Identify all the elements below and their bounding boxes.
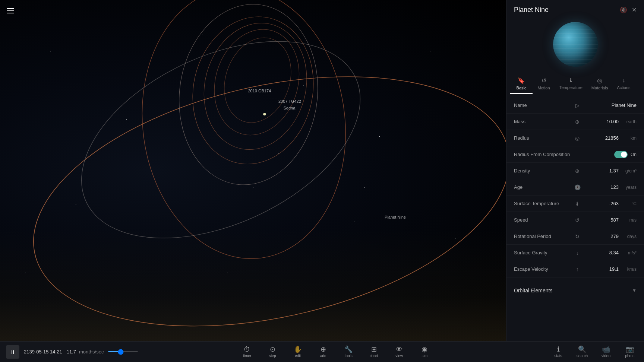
sim-icon: ◉ bbox=[422, 346, 427, 353]
timer-icon: ⏱ bbox=[244, 346, 250, 353]
toolbar-right: ℹ stats 🔍 search 📹 video 📷 photo bbox=[534, 346, 638, 358]
stats-icon: ℹ bbox=[557, 346, 560, 353]
tab-temperature[interactable]: 🌡 Temperature bbox=[555, 74, 587, 94]
materials-icon: ◎ bbox=[597, 77, 602, 84]
toolbar-tools: ⏱ timer ⊙ step ✋ edit ⊕ add 🔧 tools ⊞ ch… bbox=[138, 346, 534, 358]
search-icon: 🔍 bbox=[578, 346, 586, 353]
svg-point-1 bbox=[130, 0, 358, 266]
panel-header: Planet Nine 🔇 ✕ bbox=[506, 0, 644, 18]
tab-actions[interactable]: ↓ Actions bbox=[612, 74, 635, 94]
prop-radius: Radius ◎ 21856 km bbox=[506, 130, 644, 146]
toolbar-video[interactable]: 📹 video bbox=[598, 346, 614, 358]
temperature-icon: 🌡 bbox=[568, 77, 574, 84]
actions-icon: ↓ bbox=[622, 77, 625, 84]
play-pause-button[interactable]: ⏸ bbox=[6, 345, 19, 359]
hamburger-menu[interactable] bbox=[7, 7, 14, 15]
bottom-toolbar: ⏸ 2139-05-15 14:21 11.7 months/sec ⏱ tim… bbox=[0, 341, 644, 362]
right-panel: Planet Nine 🔇 ✕ 🔖 Basic ↺ Motion 🌡 Tempe… bbox=[506, 0, 644, 341]
step-icon: ⊙ bbox=[270, 346, 275, 353]
svg-point-6 bbox=[215, 31, 300, 129]
view-icon: 👁 bbox=[396, 346, 402, 353]
rotation-icon: ↻ bbox=[574, 234, 581, 239]
prop-speed: Speed ↺ 587 m/s bbox=[506, 212, 644, 228]
density-icon: ⊕ bbox=[574, 168, 581, 174]
close-icon[interactable]: ✕ bbox=[632, 6, 637, 13]
space-view[interactable]: 2010 GB174 2007 TG422 Sedna Planet Nine bbox=[0, 0, 506, 341]
prop-surface-temp: Surface Temperature 🌡 -263 °C bbox=[506, 196, 644, 212]
planet-sphere bbox=[553, 22, 598, 67]
tools-icon: 🔧 bbox=[344, 346, 353, 353]
prop-surface-gravity: Surface Gravity ↓ 8.34 m/s² bbox=[506, 245, 644, 261]
properties-section: Name ▷ Planet Nine Mass ⊕ 10.00 earth Ra… bbox=[506, 94, 644, 280]
svg-point-0 bbox=[3, 34, 506, 341]
toolbar-sim[interactable]: ◉ sim bbox=[416, 346, 433, 358]
tab-motion[interactable]: ↺ Motion bbox=[533, 74, 555, 94]
toolbar-view[interactable]: 👁 view bbox=[391, 346, 407, 358]
name-icon: ▷ bbox=[574, 102, 581, 108]
prop-name: Name ▷ Planet Nine bbox=[506, 97, 644, 114]
radius-composition-toggle[interactable] bbox=[614, 151, 628, 158]
radius-icon: ◎ bbox=[574, 135, 581, 141]
temp-icon: 🌡 bbox=[574, 201, 581, 207]
video-icon: 📹 bbox=[602, 346, 610, 353]
orbital-paths bbox=[0, 0, 506, 341]
tab-basic[interactable]: 🔖 Basic bbox=[510, 74, 533, 94]
toolbar-timer[interactable]: ⏱ timer bbox=[239, 346, 255, 358]
toolbar-search[interactable]: 🔍 search bbox=[574, 346, 590, 358]
tab-materials[interactable]: ◎ Materials bbox=[587, 74, 613, 94]
prop-age: Age 🕐 123 years bbox=[506, 179, 644, 196]
edit-icon: ✋ bbox=[294, 346, 302, 353]
prop-radius-composition: Radius From Composition On bbox=[506, 146, 644, 163]
speed-slider[interactable] bbox=[108, 351, 138, 352]
tab-navigation: 🔖 Basic ↺ Motion 🌡 Temperature ◎ Materia… bbox=[506, 74, 644, 94]
svg-point-5 bbox=[204, 22, 310, 142]
planet-preview bbox=[506, 18, 644, 74]
toolbar-chart[interactable]: ⊞ chart bbox=[366, 346, 382, 358]
toolbar-stats[interactable]: ℹ stats bbox=[550, 346, 566, 358]
prop-rotational-period: Rotational Period ↻ 279 days bbox=[506, 228, 644, 245]
step-control: 11.7 months/sec bbox=[67, 349, 104, 355]
speed-icon: ↺ bbox=[574, 217, 581, 223]
toolbar-step[interactable]: ⊙ step bbox=[264, 346, 281, 358]
mass-icon: ⊕ bbox=[574, 119, 581, 125]
escape-icon: ↑ bbox=[574, 266, 581, 272]
motion-icon: ↺ bbox=[542, 77, 546, 84]
add-icon: ⊕ bbox=[321, 346, 326, 353]
panel-title: Planet Nine bbox=[514, 6, 549, 14]
prop-mass: Mass ⊕ 10.00 earth bbox=[506, 114, 644, 130]
prop-density: Density ⊕ 1.37 g/cm³ bbox=[506, 163, 644, 179]
photo-icon: 📷 bbox=[626, 346, 634, 353]
panel-header-icons: 🔇 ✕ bbox=[620, 6, 637, 13]
toolbar-add[interactable]: ⊕ add bbox=[315, 346, 331, 358]
gravity-icon: ↓ bbox=[574, 250, 581, 256]
toolbar-left: ⏸ 2139-05-15 14:21 11.7 months/sec bbox=[6, 345, 138, 359]
svg-point-3 bbox=[182, 10, 324, 171]
toolbar-edit[interactable]: ✋ edit bbox=[290, 346, 306, 358]
svg-point-7 bbox=[43, 1, 398, 279]
svg-point-2 bbox=[171, 0, 326, 190]
bookmark-off-icon[interactable]: 🔇 bbox=[620, 6, 627, 13]
svg-point-8 bbox=[263, 113, 266, 115]
chart-icon: ⊞ bbox=[371, 346, 377, 353]
prop-escape-velocity: Escape Velocity ↑ 19.1 km/s bbox=[506, 261, 644, 277]
orbital-elements-header[interactable]: Orbital Elements ▼ bbox=[506, 282, 644, 299]
basic-icon: 🔖 bbox=[518, 77, 525, 84]
orbital-chevron-icon: ▼ bbox=[632, 288, 637, 293]
toolbar-tools-btn[interactable]: 🔧 tools bbox=[340, 346, 357, 358]
time-display: 2139-05-15 14:21 bbox=[24, 349, 62, 355]
age-icon: 🕐 bbox=[574, 184, 581, 190]
toolbar-photo[interactable]: 📷 photo bbox=[622, 346, 638, 358]
